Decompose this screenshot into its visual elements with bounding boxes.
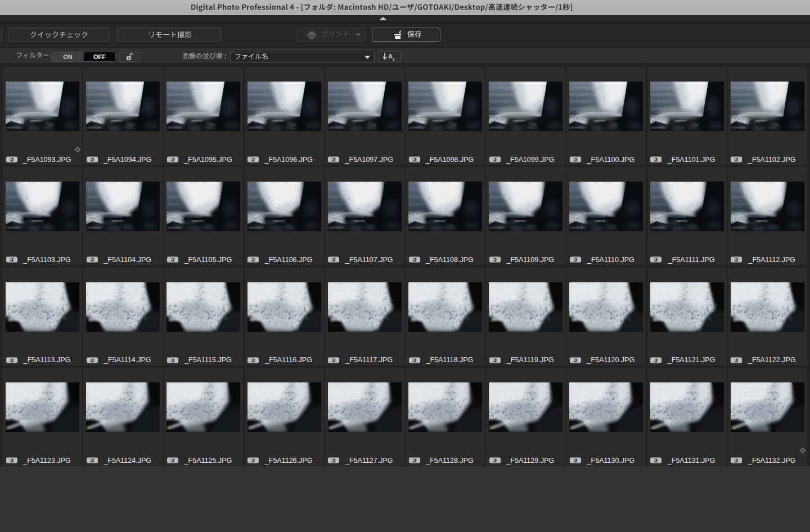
svg-text:A: A [388,53,393,60]
svg-text:z: z [393,57,395,61]
